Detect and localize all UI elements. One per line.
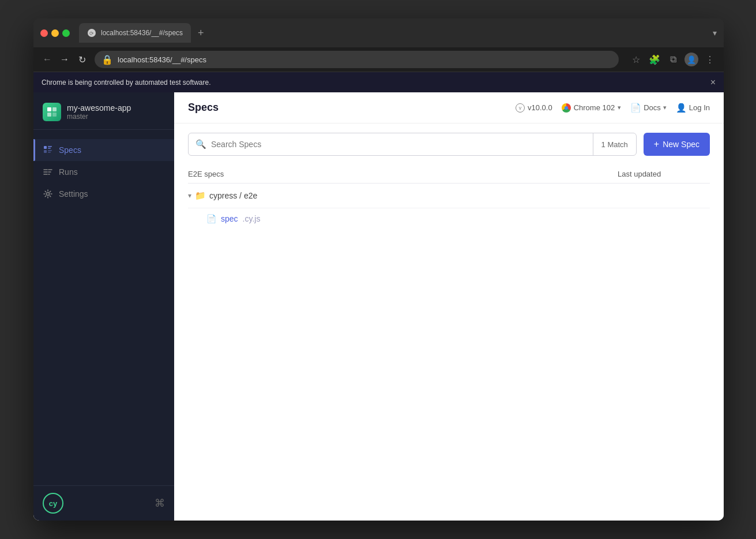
- sidebar-item-runs[interactable]: Runs: [33, 161, 174, 183]
- svg-text:⟳: ⟳: [89, 31, 94, 36]
- sidebar-nav: Specs Runs: [33, 130, 174, 485]
- docs-button[interactable]: 📄 Docs ▾: [630, 103, 667, 113]
- secure-icon: 🔒: [100, 53, 114, 66]
- svg-rect-8: [48, 148, 51, 149]
- settings-nav-label: Settings: [59, 189, 88, 199]
- header-actions: v v10.0.0 Chrome 102 ▾ 📄 Docs ▾: [516, 103, 710, 113]
- chrome-icon: [562, 103, 571, 113]
- sidebar-footer: cy ⌘: [33, 485, 174, 521]
- app-icon: [43, 103, 61, 121]
- split-screen-icon[interactable]: ⧉: [666, 53, 680, 66]
- browser-dropdown-icon: ▾: [618, 104, 621, 111]
- svg-rect-10: [48, 150, 52, 151]
- docs-icon: 📄: [630, 103, 641, 113]
- tab-dropdown-icon[interactable]: ▾: [713, 28, 717, 38]
- menu-icon[interactable]: ⋮: [703, 53, 717, 66]
- tab-title: localhost:58436/__#/specs: [101, 29, 183, 37]
- tab-favicon: ⟳: [87, 28, 96, 38]
- spec-file-name: spec: [221, 214, 238, 223]
- spec-file-icon: 📄: [206, 214, 216, 223]
- browser-name: Chrome 102: [574, 103, 615, 112]
- browser-toolbar: ☆ 🧩 ⧉ 👤 ⋮: [629, 53, 717, 66]
- maximize-button[interactable]: [62, 29, 70, 37]
- app-name: my-awesome-app: [67, 103, 131, 113]
- login-button[interactable]: 👤 Log In: [676, 103, 710, 113]
- sidebar-item-settings[interactable]: Settings: [33, 183, 174, 205]
- tab-bar: ⟳ localhost:58436/__#/specs +: [79, 23, 708, 43]
- specs-nav-label: Specs: [59, 145, 81, 155]
- plus-icon: +: [654, 139, 659, 149]
- svg-rect-3: [52, 107, 57, 111]
- svg-rect-11: [48, 152, 51, 153]
- sidebar: my-awesome-app master: [33, 92, 174, 521]
- svg-rect-4: [47, 113, 51, 117]
- back-button[interactable]: ←: [40, 53, 54, 66]
- folder-icon: 📁: [195, 190, 206, 201]
- svg-rect-2: [47, 107, 51, 111]
- specs-icon: [43, 145, 53, 155]
- new-spec-button[interactable]: + New Spec: [644, 133, 710, 156]
- automation-warning-text: Chrome is being controlled by automated …: [42, 78, 210, 87]
- page-title: Specs: [188, 102, 219, 114]
- url-bar[interactable]: 🔒 localhost:58436/__#/specs: [95, 51, 619, 68]
- table-header: E2E specs Last updated: [188, 165, 710, 184]
- specs-toolbar: 🔍 1 Match + New Spec: [174, 123, 724, 165]
- reload-button[interactable]: ↻: [75, 53, 89, 66]
- app-info: my-awesome-app master: [67, 103, 131, 121]
- spec-row[interactable]: 📄 spec .cy.js: [188, 208, 710, 229]
- match-badge: 1 Match: [593, 133, 636, 155]
- browser-window: ⟳ localhost:58436/__#/specs + ▾ ← → ↻ 🔒 …: [33, 18, 724, 521]
- version-icon: v: [516, 103, 525, 113]
- docs-label: Docs: [644, 103, 661, 112]
- login-label: Log In: [689, 103, 710, 112]
- browser-badge[interactable]: Chrome 102 ▾: [562, 103, 622, 113]
- svg-rect-7: [48, 146, 52, 147]
- app-content: my-awesome-app master: [33, 92, 724, 521]
- main-panel: Specs v v10.0.0 Chrome 102 ▾ 📄: [174, 92, 724, 521]
- spec-file-ext: .cy.js: [243, 214, 261, 223]
- address-bar: ← → ↻ 🔒 localhost:58436/__#/specs ☆ 🧩 ⧉ …: [33, 47, 724, 72]
- main-header: Specs v v10.0.0 Chrome 102 ▾ 📄: [174, 92, 724, 123]
- traffic-lights: [40, 29, 70, 37]
- svg-rect-6: [44, 146, 47, 149]
- folder-name: cypress / e2e: [209, 191, 257, 200]
- search-container: 🔍 1 Match: [188, 133, 637, 156]
- minimize-button[interactable]: [51, 29, 59, 37]
- col-e2e-header: E2E specs: [188, 170, 618, 178]
- forward-button[interactable]: →: [58, 53, 72, 66]
- svg-rect-9: [44, 150, 47, 153]
- automation-warning-bar: Chrome is being controlled by automated …: [33, 72, 724, 92]
- automation-close-button[interactable]: ×: [710, 77, 716, 88]
- folder-chevron-icon[interactable]: ▾: [188, 192, 191, 200]
- settings-icon: [43, 189, 53, 199]
- search-input-wrap: 🔍: [189, 133, 593, 155]
- sidebar-header: my-awesome-app master: [33, 92, 174, 130]
- close-button[interactable]: [40, 29, 48, 37]
- new-spec-label: New Spec: [663, 140, 699, 149]
- version-text: v10.0.0: [528, 103, 552, 112]
- nav-buttons: ← → ↻: [40, 53, 89, 66]
- url-text: localhost:58436/__#/specs: [118, 55, 206, 64]
- runs-icon: [43, 167, 53, 177]
- app-branch: master: [67, 113, 131, 121]
- bookmark-icon[interactable]: ☆: [629, 53, 643, 66]
- title-bar: ⟳ localhost:58436/__#/specs + ▾: [33, 18, 724, 47]
- version-badge[interactable]: v v10.0.0: [516, 103, 552, 113]
- search-icon: 🔍: [195, 139, 206, 149]
- svg-point-18: [47, 193, 50, 196]
- col-updated-header: Last updated: [618, 170, 710, 178]
- docs-dropdown-icon: ▾: [663, 104, 667, 111]
- svg-rect-5: [52, 113, 57, 117]
- runs-nav-label: Runs: [59, 167, 78, 177]
- specs-table: E2E specs Last updated ▾ 📁 cypress / e2e…: [174, 165, 724, 521]
- sidebar-item-specs[interactable]: Specs: [33, 139, 174, 161]
- active-tab[interactable]: ⟳ localhost:58436/__#/specs: [79, 23, 191, 43]
- extension-icon[interactable]: 🧩: [648, 53, 661, 66]
- folder-row[interactable]: ▾ 📁 cypress / e2e: [188, 184, 710, 208]
- search-input[interactable]: [211, 133, 586, 155]
- user-icon: 👤: [676, 103, 687, 113]
- cypress-logo[interactable]: cy: [43, 493, 63, 514]
- command-icon[interactable]: ⌘: [155, 497, 165, 510]
- new-tab-button[interactable]: +: [193, 25, 209, 42]
- profile-avatar[interactable]: 👤: [684, 53, 698, 66]
